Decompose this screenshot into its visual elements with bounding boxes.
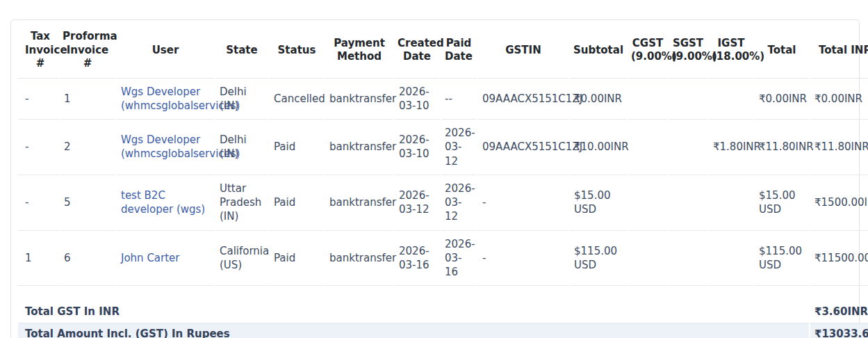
cell-subtotal: ₹0.00INR	[570, 79, 627, 120]
cell-created-date: 2026-03-16	[395, 231, 439, 287]
cell-igst-18-00: ₹1.80INR	[709, 120, 753, 175]
cell-sgst-9-00	[669, 79, 707, 120]
column-header-gstin: GSTIN	[478, 20, 568, 79]
page: Tax Invoice #Proforma Invoice #UserState…	[0, 0, 868, 338]
cell-total-inr: ₹11500.00INR	[810, 231, 868, 287]
cell-subtotal: $115.00 USD	[570, 231, 627, 287]
cell-igst-18-00	[709, 175, 753, 231]
cell-tax-invoice: -	[18, 120, 58, 175]
cell-proforma-invoice: 5	[60, 175, 115, 231]
table-row: 16John CarterCalifornia (US)Paidbanktran…	[18, 231, 868, 287]
cell-created-date: 2026-03-12	[395, 175, 439, 231]
table-row: -5test B2C developer (wgs)Uttar Pradesh …	[18, 175, 868, 231]
cell-paid-date: 2026-03-16	[441, 231, 477, 287]
cell-status: Paid	[270, 120, 324, 175]
cell-cgst-9-00	[628, 120, 667, 175]
cell-cgst-9-00	[628, 175, 667, 231]
cell-state: Uttar Pradesh (IN)	[215, 175, 268, 231]
column-header-sgst-9-00: SGST (9.00%)	[669, 20, 707, 79]
table-row: -1Wgs Developer (whmcsglobalservices)Del…	[18, 79, 868, 120]
invoice-table: Tax Invoice #Proforma Invoice #UserState…	[17, 20, 868, 338]
cell-created-date: 2026-03-10	[395, 79, 439, 120]
user-cell: John Carter	[117, 231, 214, 287]
cell-gstin: -	[478, 175, 568, 231]
cell-proforma-invoice: 6	[60, 231, 115, 287]
cell-sgst-9-00	[669, 120, 707, 175]
cell-payment-method: banktransfer	[325, 120, 393, 175]
cell-cgst-9-00	[628, 231, 667, 287]
total-value: ₹3.60INR	[810, 301, 868, 323]
cell-total-inr: ₹11.80INR	[810, 120, 868, 175]
column-header-igst-18-00: IGST (18.00%)	[709, 20, 753, 79]
cell-paid-date: 2026-03-12	[441, 120, 477, 175]
total-label: Total Amount Incl. (GST) In Rupees	[18, 323, 809, 338]
table-row: -2Wgs Developer (whmcsglobalservices)Del…	[18, 120, 868, 175]
cell-igst-18-00	[709, 231, 753, 287]
column-header-subtotal: Subtotal	[570, 20, 627, 79]
user-link[interactable]: John Carter	[121, 252, 180, 264]
cell-total-inr: ₹0.00INR	[810, 79, 868, 120]
total-row-total-gst-in-inr: Total GST In INR₹3.60INR	[18, 301, 868, 323]
column-header-total-inr: Total INR	[810, 20, 868, 79]
cell-subtotal: ₹10.00INR	[570, 120, 627, 175]
cell-payment-method: banktransfer	[325, 231, 393, 287]
cell-gstin: 09AAACX5151C1ZJ	[478, 120, 568, 175]
cell-tax-invoice: 1	[18, 231, 58, 287]
column-header-status: Status	[270, 20, 324, 79]
cell-state: Delhi (IN)	[215, 79, 268, 120]
cell-cgst-9-00	[628, 79, 667, 120]
cell-total-inr: ₹1500.00INR	[810, 175, 868, 231]
user-cell: test B2C developer (wgs)	[117, 175, 214, 231]
cell-proforma-invoice: 1	[60, 79, 115, 120]
column-header-paid-date: Paid Date	[441, 20, 477, 79]
table-body: -1Wgs Developer (whmcsglobalservices)Del…	[18, 79, 868, 338]
total-label: Total GST In INR	[18, 301, 809, 323]
column-header-total: Total	[755, 20, 809, 79]
cell-gstin: 09AAACX5151C1ZJ	[478, 79, 568, 120]
cell-payment-method: banktransfer	[325, 175, 393, 231]
cell-tax-invoice: -	[18, 175, 58, 231]
column-header-proforma-invoice: Proforma Invoice #	[60, 20, 115, 79]
column-header-user: User	[117, 20, 214, 79]
cell-total: $15.00 USD	[755, 175, 809, 231]
column-header-payment-method: Payment Method	[325, 20, 393, 79]
cell-state: California (US)	[215, 231, 268, 287]
cell-paid-date: 2026-03-12	[441, 175, 477, 231]
header-row: Tax Invoice #Proforma Invoice #UserState…	[18, 20, 868, 79]
column-header-cgst-9-00: CGST (9.00%)	[628, 20, 667, 79]
cell-gstin: -	[478, 231, 568, 287]
cell-total: ₹11.80INR	[755, 120, 809, 175]
cell-total: $115.00 USD	[755, 231, 809, 287]
cell-status: Paid	[270, 175, 324, 231]
cell-sgst-9-00	[669, 231, 707, 287]
spacer-row	[18, 286, 868, 301]
cell-sgst-9-00	[669, 175, 707, 231]
user-cell: Wgs Developer (whmcsglobalservices)	[117, 79, 214, 120]
user-link[interactable]: test B2C developer (wgs)	[121, 189, 205, 216]
column-header-state: State	[215, 20, 268, 79]
cell-proforma-invoice: 2	[60, 120, 115, 175]
user-cell: Wgs Developer (whmcsglobalservices)	[117, 120, 214, 175]
total-value: ₹13033.60INR	[810, 323, 868, 338]
cell-subtotal: $15.00 USD	[570, 175, 627, 231]
cell-igst-18-00	[709, 79, 753, 120]
cell-created-date: 2026-03-10	[395, 120, 439, 175]
invoice-table-panel: Tax Invoice #Proforma Invoice #UserState…	[10, 19, 860, 338]
cell-status: Paid	[270, 231, 324, 287]
cell-paid-date: --	[441, 79, 477, 120]
total-row-total-amount-incl-gst-in-rupees: Total Amount Incl. (GST) In Rupees₹13033…	[18, 323, 868, 338]
cell-total: ₹0.00INR	[755, 79, 809, 120]
cell-tax-invoice: -	[18, 79, 58, 120]
column-header-created-date: Created Date	[395, 20, 439, 79]
spacer-cell	[18, 286, 868, 301]
cell-status: Cancelled	[270, 79, 324, 120]
cell-state: Delhi (IN)	[215, 120, 268, 175]
cell-payment-method: banktransfer	[325, 79, 393, 120]
column-header-tax-invoice: Tax Invoice #	[18, 20, 58, 79]
